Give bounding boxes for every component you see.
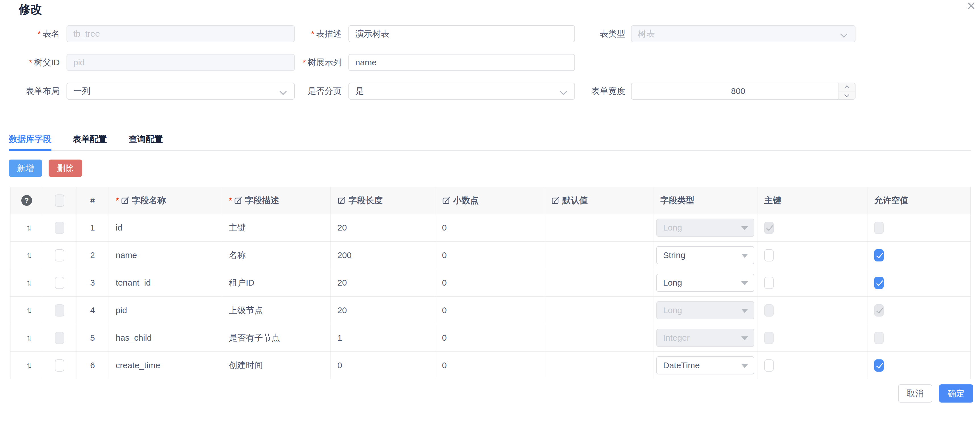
drag-sort-icon[interactable]: ↑↓	[26, 360, 30, 370]
required-asterisk: *	[38, 29, 41, 38]
allow-null-checkbox	[874, 222, 884, 234]
table-type-label: 表类型	[554, 25, 625, 42]
row-select-checkbox[interactable]	[55, 359, 64, 372]
field-decimal-cell[interactable]: 0	[435, 242, 544, 269]
field-type-value: DateTime	[663, 360, 700, 370]
field-length-cell[interactable]: 0	[331, 352, 435, 379]
table-name-input[interactable]: tb_tree	[67, 25, 295, 42]
dropdown-arrow-icon	[741, 226, 748, 230]
confirm-button[interactable]: 确定	[939, 384, 973, 403]
field-desc-cell[interactable]: 是否有子节点	[222, 324, 331, 352]
tree-display-label: *树展示列	[273, 54, 342, 71]
primary-key-checkbox[interactable]	[764, 277, 774, 289]
table-type-select[interactable]: 树表	[631, 25, 856, 42]
field-table-body: ↑↓1id主键200Long↑↓2name名称2000String↑↓3tena…	[11, 214, 970, 379]
step-up-button[interactable]	[838, 83, 855, 91]
field-type-value: Integer	[663, 333, 689, 343]
field-decimal-cell[interactable]: 0	[435, 324, 544, 352]
field-type-select[interactable]: DateTime	[656, 356, 754, 374]
field-type-select: Long	[656, 219, 754, 237]
delete-button[interactable]: 删除	[49, 160, 82, 177]
row-index: 6	[76, 352, 109, 379]
tab-query-config[interactable]: 查询配置	[129, 133, 163, 145]
table-row: ↑↓4pid上级节点200Long	[11, 297, 970, 324]
field-length-cell[interactable]: 20	[331, 297, 435, 324]
tab-database-fields[interactable]: 数据库字段	[9, 133, 51, 145]
tree-parent-label: *树父ID	[0, 54, 60, 71]
chevron-up-icon	[845, 86, 849, 90]
select-all-checkbox[interactable]	[55, 195, 64, 207]
table-row: ↑↓1id主键200Long	[11, 214, 970, 242]
form-width-label: 表单宽度	[554, 82, 625, 100]
close-icon[interactable]: ×	[967, 0, 975, 13]
field-decimal-cell[interactable]: 0	[435, 297, 544, 324]
drag-sort-icon[interactable]: ↑↓	[26, 222, 30, 233]
field-type-value: Long	[663, 306, 682, 315]
field-name-cell[interactable]: has_child	[109, 324, 222, 352]
allow-null-checkbox[interactable]	[874, 359, 884, 372]
cancel-button[interactable]: 取消	[898, 384, 932, 403]
required-asterisk: *	[29, 58, 32, 67]
field-desc-cell[interactable]: 上级节点	[222, 297, 331, 324]
tab-form-config[interactable]: 表单配置	[73, 133, 107, 145]
field-default-cell[interactable]	[544, 214, 654, 242]
field-type-select[interactable]: Long	[656, 274, 754, 292]
add-button[interactable]: 新增	[9, 160, 42, 177]
drag-sort-icon[interactable]: ↑↓	[26, 250, 30, 260]
field-decimal-cell[interactable]: 0	[435, 269, 544, 297]
tab-divider	[9, 150, 971, 151]
tree-parent-input[interactable]: pid	[67, 54, 295, 71]
pagination-select[interactable]: 是	[348, 82, 575, 100]
table-name-label: *表名	[0, 25, 60, 42]
allow-null-checkbox[interactable]	[874, 249, 884, 262]
field-length-cell[interactable]: 1	[331, 324, 435, 352]
field-desc-cell[interactable]: 创建时间	[222, 352, 331, 379]
col-field-desc: *字段描述	[222, 187, 331, 214]
drag-sort-icon[interactable]: ↑↓	[26, 278, 30, 288]
dropdown-arrow-icon	[741, 254, 748, 258]
field-name-cell[interactable]: id	[109, 214, 222, 242]
field-length-cell[interactable]: 20	[331, 214, 435, 242]
allow-null-checkbox[interactable]	[874, 277, 884, 289]
field-length-cell[interactable]: 200	[331, 242, 435, 269]
field-default-cell[interactable]	[544, 269, 654, 297]
drag-sort-icon[interactable]: ↑↓	[26, 305, 30, 315]
row-select-checkbox[interactable]	[55, 249, 64, 262]
form-layout-select[interactable]: 一列	[67, 82, 295, 100]
row-index: 5	[76, 324, 109, 352]
field-type-select: Long	[656, 301, 754, 319]
edit-icon	[551, 196, 560, 205]
field-decimal-cell[interactable]: 0	[435, 214, 544, 242]
primary-key-checkbox	[764, 332, 774, 344]
help-icon[interactable]: ?	[21, 195, 32, 206]
field-length-cell[interactable]: 20	[331, 269, 435, 297]
field-desc-cell[interactable]: 租户ID	[222, 269, 331, 297]
allow-null-checkbox	[874, 332, 884, 344]
field-name-cell[interactable]: pid	[109, 297, 222, 324]
table-row: ↑↓3tenant_id租户ID200Long	[11, 269, 970, 297]
drag-sort-icon[interactable]: ↑↓	[26, 333, 30, 343]
field-name-cell[interactable]: tenant_id	[109, 269, 222, 297]
edit-icon	[121, 196, 130, 205]
field-desc-cell[interactable]: 主键	[222, 214, 331, 242]
field-type-select[interactable]: String	[656, 246, 754, 264]
field-desc-cell[interactable]: 名称	[222, 242, 331, 269]
chevron-down-icon	[840, 30, 847, 38]
primary-key-checkbox	[764, 304, 774, 317]
step-down-button[interactable]	[838, 91, 855, 99]
primary-key-checkbox[interactable]	[764, 359, 774, 372]
primary-key-checkbox[interactable]	[764, 249, 774, 262]
form-width-input[interactable]: 800	[631, 82, 856, 100]
tree-display-input[interactable]: name	[348, 54, 575, 71]
field-name-cell[interactable]: name	[109, 242, 222, 269]
row-select-checkbox[interactable]	[55, 277, 64, 289]
field-default-cell[interactable]	[544, 297, 654, 324]
row-select-checkbox	[55, 222, 64, 234]
table-desc-input[interactable]: 演示树表	[348, 25, 575, 42]
field-default-cell[interactable]	[544, 324, 654, 352]
row-index: 2	[76, 242, 109, 269]
field-default-cell[interactable]	[544, 242, 654, 269]
field-decimal-cell[interactable]: 0	[435, 352, 544, 379]
field-name-cell[interactable]: create_time	[109, 352, 222, 379]
field-default-cell[interactable]	[544, 352, 654, 379]
